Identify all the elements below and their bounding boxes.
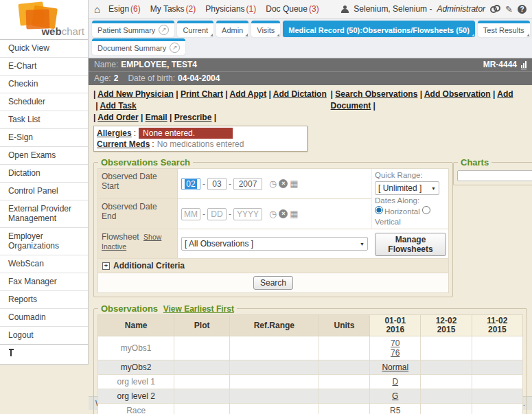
column-header-date[interactable]: 12-022015 xyxy=(421,315,472,336)
obs-value-link[interactable]: 76 xyxy=(371,348,419,358)
additional-criteria-toggle[interactable]: Additional Criteria xyxy=(98,259,448,273)
sidebar-item-reports[interactable]: Reports xyxy=(0,290,88,308)
top-navigation-bar: ⌂ Esign (6)My Tasks (2)Physicians (1)Doc… xyxy=(89,0,532,19)
action-link-add-task[interactable]: Add Task xyxy=(100,101,137,111)
start-year-input[interactable]: 2007 xyxy=(233,178,262,190)
tab-current[interactable]: Current xyxy=(177,21,213,37)
column-header-name[interactable]: Name xyxy=(98,315,174,336)
chevron-down-icon: ▼ xyxy=(431,183,436,194)
action-link-add-order[interactable]: Add Order xyxy=(97,113,138,122)
topnav-my-tasks[interactable]: My Tasks (2) xyxy=(150,4,196,14)
column-header-date[interactable]: 01-012016 xyxy=(370,315,421,336)
topnav-label: Esign xyxy=(108,4,129,14)
tab-patient-summary[interactable]: Patient Summary xyxy=(92,21,174,37)
tab-test-results[interactable]: Test Results xyxy=(478,21,530,37)
search-button[interactable]: Search xyxy=(253,276,293,290)
end-day-input[interactable]: DD xyxy=(207,208,227,220)
search-button-row: Search xyxy=(98,273,448,292)
obs-value-link[interactable]: G xyxy=(371,391,419,401)
obs-units-cell xyxy=(319,336,369,360)
tab-document-summary[interactable]: Document Summary xyxy=(92,38,185,55)
sidebar-pin-row[interactable] xyxy=(0,345,89,365)
sidebar-item-e-chart[interactable]: E-Chart xyxy=(0,57,88,75)
tab-label: Current xyxy=(183,26,208,34)
charts-select[interactable]: ▼ xyxy=(457,170,532,181)
sidebar-item-e-sign[interactable]: E-Sign xyxy=(0,128,88,146)
action-link-prescribe[interactable]: Prescribe xyxy=(174,113,212,122)
action-link-add-appt[interactable]: Add Appt xyxy=(230,89,267,99)
sidebar-item-scheduler[interactable]: Scheduler xyxy=(0,93,88,111)
end-year-input[interactable]: YYYY xyxy=(233,208,262,220)
help-icon[interactable] xyxy=(518,5,527,14)
sidebar-item-open-exams[interactable]: Open Exams xyxy=(0,146,88,164)
observation-action-links: | Search Observations | Add Observation … xyxy=(331,89,528,112)
flowsheet-select[interactable]: [ All Observations ]▼ xyxy=(181,237,368,251)
time-icon[interactable] xyxy=(269,209,277,218)
obs-value-link[interactable]: 70 xyxy=(371,338,419,348)
clear-date-icon[interactable] xyxy=(279,179,288,188)
popout-icon[interactable] xyxy=(170,43,180,53)
obs-value-link[interactable]: D xyxy=(371,377,419,387)
topnav-esign[interactable]: Esign (6) xyxy=(108,4,141,14)
action-link-add-observation[interactable]: Add Observation xyxy=(424,89,491,99)
action-links-row-2: | Add Order | Email | Prescribe | xyxy=(93,112,528,124)
observations-title: Observations xyxy=(101,303,158,314)
sidebar-item-webscan[interactable]: WebScan xyxy=(0,255,88,273)
sidebar-item-external-provider-management[interactable]: External Provider Management xyxy=(0,200,88,227)
topnav-doc-queue[interactable]: Doc Queue (3) xyxy=(266,4,319,14)
start-day-input[interactable]: 03 xyxy=(207,178,227,190)
action-link-add-dictation[interactable]: Add Dictation xyxy=(273,89,327,99)
action-link-email[interactable]: Email xyxy=(146,113,167,122)
start-month-input[interactable]: 02 xyxy=(181,178,200,190)
sidebar-item-control-panel[interactable]: Control Panel xyxy=(0,182,88,200)
time-icon[interactable] xyxy=(269,179,277,188)
action-link-add-new-physician[interactable]: Add New Physician xyxy=(97,89,174,99)
tab-visits[interactable]: Visits xyxy=(251,21,280,37)
sidebar-item-coumadin[interactable]: Coumadin xyxy=(0,308,88,326)
clear-date-icon[interactable] xyxy=(279,209,288,218)
tab-admin[interactable]: Admin xyxy=(216,21,248,37)
expand-plus-icon[interactable] xyxy=(102,262,110,270)
column-header-date[interactable]: 11-022015 xyxy=(472,315,522,336)
sidebar-item-employer-organizations[interactable]: Employer Organizations xyxy=(0,227,88,255)
horizontal-radio[interactable] xyxy=(375,206,383,214)
popout-icon[interactable] xyxy=(159,25,169,35)
obs-value-cell xyxy=(472,404,522,414)
view-earliest-first-link[interactable]: View Earliest First xyxy=(163,304,234,314)
sidebar-item-checkin[interactable]: Checkin xyxy=(0,75,88,93)
obs-plot-cell xyxy=(174,389,229,404)
pin-icon[interactable] xyxy=(8,349,14,357)
sidebar-item-task-list[interactable]: Task List xyxy=(0,111,88,128)
calendar-icon[interactable] xyxy=(290,179,298,188)
column-header-plot[interactable]: Plot xyxy=(174,315,229,336)
topnav-label: Doc Queue xyxy=(266,4,308,14)
date-line2: 2015 xyxy=(422,325,470,334)
obs-value-link[interactable]: Normal xyxy=(371,363,419,372)
home-icon[interactable]: ⌂ xyxy=(94,4,100,14)
obs-value-link[interactable]: R5 xyxy=(371,406,419,414)
tab-medical-record-50-observations-flowsheets-50[interactable]: Medical Record (50):Observations/Flowshe… xyxy=(283,21,474,37)
tab-label: Document Summary xyxy=(97,44,166,52)
column-header-units[interactable]: Units xyxy=(319,315,369,336)
topnav-physicians[interactable]: Physicians (1) xyxy=(205,4,256,14)
end-month-input[interactable]: MM xyxy=(181,208,200,220)
sidebar-item-fax-manager[interactable]: Fax Manager xyxy=(0,273,88,290)
sidebar-item-quick-view[interactable]: Quick View xyxy=(0,40,88,57)
manage-flowsheets-button[interactable]: Manage Flowsheets xyxy=(375,233,446,256)
sidebar-item-logout[interactable]: Logout xyxy=(0,326,88,344)
action-link-print-chart[interactable]: Print Chart xyxy=(181,89,223,99)
calendar-icon[interactable] xyxy=(290,209,298,218)
allergies-link[interactable]: Allergies xyxy=(97,128,132,138)
column-header-refrange[interactable]: Ref.Range xyxy=(229,315,319,336)
action-link-search-observations[interactable]: Search Observations xyxy=(335,89,417,99)
wand-icon[interactable]: ✎ xyxy=(505,5,513,14)
current-meds-link[interactable]: Current Meds xyxy=(97,139,150,149)
link-chain-icon[interactable] xyxy=(490,5,500,13)
allergies-value: None entered. xyxy=(139,128,233,139)
sidebar-item-dictation[interactable]: Dictation xyxy=(0,164,88,182)
obs-plot-cell xyxy=(174,360,229,375)
quick-range-select[interactable]: [ Unlimited ]▼ xyxy=(375,181,439,195)
vertical-radio[interactable] xyxy=(422,206,430,214)
bar-chart-icon[interactable] xyxy=(521,60,527,69)
webchart-logo[interactable]: webchart xyxy=(0,0,89,40)
